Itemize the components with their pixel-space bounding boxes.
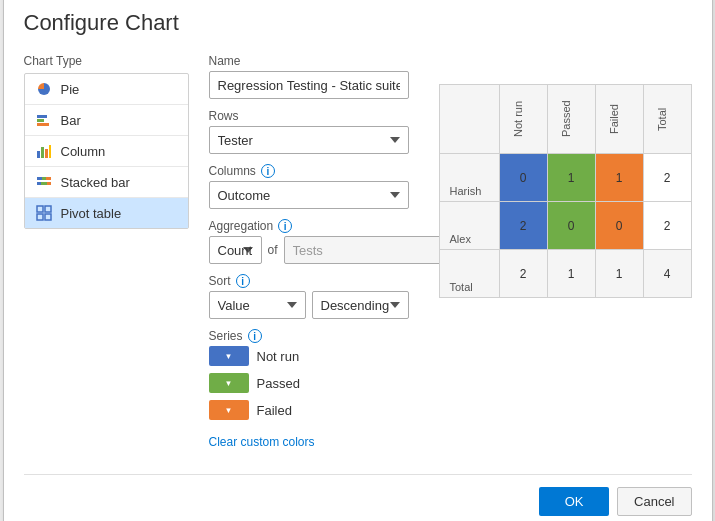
rows-select-wrapper: Tester — [209, 126, 409, 154]
bar-icon — [35, 111, 53, 129]
series-label-passed: Passed — [257, 376, 300, 391]
columns-field-group: Columns i Outcome — [209, 164, 409, 209]
pivot-cell-harish-total: 2 — [643, 154, 691, 202]
chart-type-pie-label: Pie — [61, 82, 80, 97]
pivot-row-label-alex: Alex — [439, 202, 499, 250]
chart-type-bar[interactable]: Bar — [25, 105, 188, 136]
pivot-icon — [35, 204, 53, 222]
svg-rect-5 — [45, 149, 48, 158]
svg-rect-12 — [47, 182, 51, 185]
pivot-cell-alex-passed: 0 — [547, 202, 595, 250]
series-info-icon[interactable]: i — [248, 329, 262, 343]
rows-select[interactable]: Tester — [209, 126, 409, 154]
pivot-col-total: Total — [643, 85, 691, 154]
pivot-total-notrun: 2 — [499, 250, 547, 298]
series-label-notrun: Not run — [257, 349, 300, 364]
columns-select[interactable]: Outcome — [209, 181, 409, 209]
name-label: Name — [209, 54, 409, 68]
aggregation-info-icon[interactable]: i — [278, 219, 292, 233]
svg-rect-3 — [37, 151, 40, 158]
pivot-cell-alex-notrun: 2 — [499, 202, 547, 250]
right-panel: Not run Passed Failed Total — [429, 54, 692, 459]
series-item-notrun: ▼ Not run — [209, 346, 409, 366]
svg-rect-2 — [37, 123, 49, 126]
rows-field-group: Rows Tester — [209, 109, 409, 154]
sort-direction-select[interactable]: Descending — [312, 291, 409, 319]
svg-rect-7 — [37, 177, 42, 180]
columns-info-icon[interactable]: i — [261, 164, 275, 178]
columns-label: Columns i — [209, 164, 409, 178]
svg-rect-16 — [45, 214, 51, 220]
aggregation-row: Count of — [209, 236, 409, 264]
chart-type-column[interactable]: Column — [25, 136, 188, 167]
mid-panel: Name Rows Tester Columns i Outc — [209, 54, 409, 459]
columns-select-wrapper: Outcome — [209, 181, 409, 209]
pivot-col-notrun: Not run — [499, 85, 547, 154]
pie-icon — [35, 80, 53, 98]
dialog-title: Configure Chart — [24, 10, 692, 36]
pivot-col-passed: Passed — [547, 85, 595, 154]
pivot-cell-harish-notrun: 0 — [499, 154, 547, 202]
configure-chart-dialog: Configure Chart Chart Type Pie — [3, 0, 713, 521]
pivot-total-label: Total — [439, 250, 499, 298]
svg-rect-10 — [37, 182, 41, 185]
pivot-row-label-harish: Harish — [439, 154, 499, 202]
chart-type-bar-label: Bar — [61, 113, 81, 128]
left-panel: Chart Type Pie — [24, 54, 189, 459]
aggregation-label: Aggregation i — [209, 219, 409, 233]
svg-rect-4 — [41, 147, 44, 158]
svg-rect-0 — [37, 115, 47, 118]
dialog-body: Chart Type Pie — [24, 54, 692, 459]
series-color-failed[interactable]: ▼ — [209, 400, 249, 420]
chart-type-label: Chart Type — [24, 54, 189, 68]
column-icon — [35, 142, 53, 160]
sort-label: Sort i — [209, 274, 409, 288]
dialog-footer: OK Cancel — [24, 474, 692, 516]
sort-value-wrapper: Value — [209, 291, 306, 319]
svg-rect-15 — [37, 214, 43, 220]
series-field-group: Series i ▼ Not run ▼ Passed — [209, 329, 409, 449]
chart-type-stacked-bar[interactable]: Stacked bar — [25, 167, 188, 198]
ok-button[interactable]: OK — [539, 487, 609, 516]
series-color-notrun[interactable]: ▼ — [209, 346, 249, 366]
pivot-row-harish: Harish 0 1 1 2 — [439, 154, 691, 202]
name-input[interactable] — [209, 71, 409, 99]
pivot-col-failed: Failed — [595, 85, 643, 154]
pivot-cell-alex-total: 2 — [643, 202, 691, 250]
chart-type-pivot-table[interactable]: Pivot table — [25, 198, 188, 228]
svg-rect-13 — [37, 206, 43, 212]
pivot-total-row: Total 2 1 1 4 — [439, 250, 691, 298]
pivot-cell-harish-failed: 1 — [595, 154, 643, 202]
pivot-total-all: 4 — [643, 250, 691, 298]
sort-value-select[interactable]: Value — [209, 291, 306, 319]
series-item-passed: ▼ Passed — [209, 373, 409, 393]
series-chevron-passed: ▼ — [225, 379, 233, 388]
sort-info-icon[interactable]: i — [236, 274, 250, 288]
svg-rect-14 — [45, 206, 51, 212]
chart-type-column-label: Column — [61, 144, 106, 159]
chart-type-stacked-bar-label: Stacked bar — [61, 175, 130, 190]
pivot-cell-alex-failed: 0 — [595, 202, 643, 250]
series-chevron-notrun: ▼ — [225, 352, 233, 361]
svg-rect-8 — [42, 177, 46, 180]
series-color-passed[interactable]: ▼ — [209, 373, 249, 393]
pivot-total-passed: 1 — [547, 250, 595, 298]
aggregation-field-group: Aggregation i Count of — [209, 219, 409, 264]
svg-rect-6 — [49, 145, 51, 158]
series-chevron-failed: ▼ — [225, 406, 233, 415]
aggregation-select[interactable]: Count — [209, 236, 262, 264]
sort-field-group: Sort i Value Descending — [209, 274, 409, 319]
sort-row: Value Descending — [209, 291, 409, 319]
chart-type-pivot-label: Pivot table — [61, 206, 122, 221]
series-label-failed: Failed — [257, 403, 292, 418]
clear-custom-colors-link[interactable]: Clear custom colors — [209, 435, 315, 449]
svg-rect-9 — [46, 177, 51, 180]
sort-dir-wrapper: Descending — [312, 291, 409, 319]
cancel-button[interactable]: Cancel — [617, 487, 691, 516]
name-field-group: Name — [209, 54, 409, 99]
pivot-cell-harish-passed: 1 — [547, 154, 595, 202]
pivot-corner-cell — [439, 85, 499, 154]
chart-type-list: Pie Bar — [24, 73, 189, 229]
pivot-row-alex: Alex 2 0 0 2 — [439, 202, 691, 250]
chart-type-pie[interactable]: Pie — [25, 74, 188, 105]
